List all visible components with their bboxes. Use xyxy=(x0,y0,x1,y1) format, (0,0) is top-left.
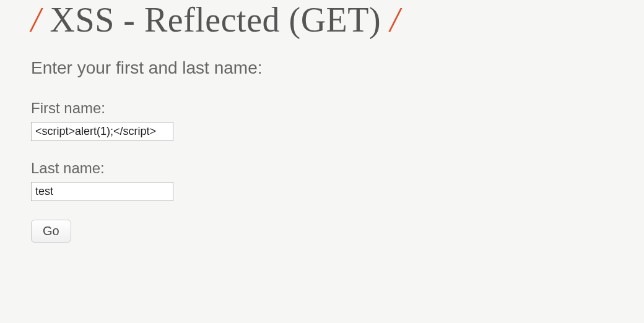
page-container: / XSS - Reflected (GET) / Enter your fir… xyxy=(0,0,644,255)
last-name-block: Last name: xyxy=(31,160,613,201)
title-slash-right: / xyxy=(390,1,400,39)
first-name-label: First name: xyxy=(31,100,613,117)
title-slash-left: / xyxy=(31,1,41,39)
last-name-input[interactable] xyxy=(31,182,173,201)
go-button[interactable]: Go xyxy=(31,220,71,243)
first-name-input[interactable] xyxy=(31,122,173,141)
title-text: XSS - Reflected (GET) xyxy=(50,1,381,39)
first-name-block: First name: xyxy=(31,100,613,141)
page-title: / XSS - Reflected (GET) / xyxy=(31,0,613,40)
last-name-label: Last name: xyxy=(31,160,613,177)
form-prompt: Enter your first and last name: xyxy=(31,58,613,78)
